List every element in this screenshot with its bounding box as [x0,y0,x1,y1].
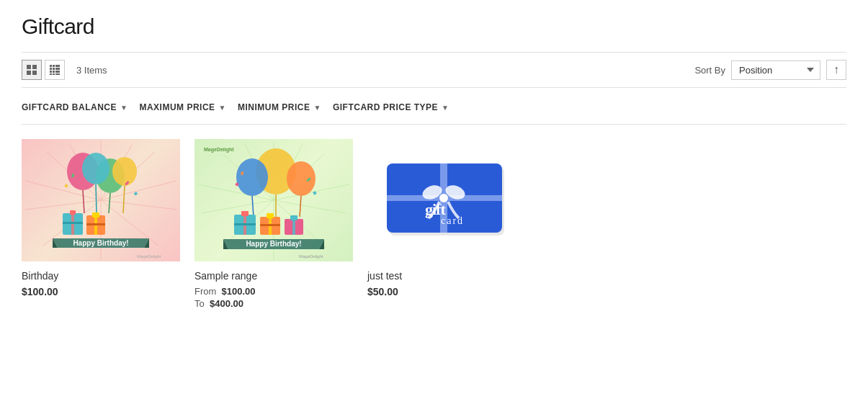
svg-rect-80 [234,223,256,225]
view-switcher [22,60,65,80]
svg-rect-47 [63,222,83,224]
sort-label: Sort By [694,65,725,76]
svg-rect-1 [32,65,37,69]
svg-line-39 [123,186,125,213]
svg-rect-17 [53,73,55,75]
product-image-wrapper[interactable]: Happy Birthday! MageDelight [22,139,180,261]
svg-rect-87 [292,219,295,235]
svg-text:MageDelight: MageDelight [299,254,323,259]
svg-rect-9 [53,68,55,70]
svg-text:MageDelight: MageDelight [204,147,234,153]
product-card: Happy Birthday! MageDelight Birthday $10… [22,139,180,309]
page-title: Giftcard [22,14,846,39]
grid-view-small-button[interactable] [45,60,65,80]
svg-rect-43 [134,192,138,195]
svg-line-61 [202,200,274,213]
chevron-down-icon: ▼ [120,104,127,112]
svg-rect-0 [27,65,31,69]
svg-rect-16 [50,73,52,75]
svg-line-72 [300,196,301,217]
svg-line-35 [109,193,110,213]
svg-line-27 [25,200,101,210]
chevron-down-icon: ▼ [442,104,449,112]
grid-view-large-button[interactable] [22,60,42,80]
chevron-down-icon: ▼ [313,104,321,112]
svg-rect-18 [55,73,58,75]
svg-point-69 [236,158,268,196]
price-from: From $100.00 [194,286,353,297]
svg-text:Happy Birthday!: Happy Birthday! [73,239,128,247]
sort-wrapper: Sort By Position Product Name Price ↑ [694,60,846,80]
svg-rect-84 [260,224,280,226]
svg-rect-40 [64,184,68,187]
item-count: 3 Items [76,65,107,76]
chevron-down-icon: ▼ [219,104,226,112]
filter-giftcard-balance-label: GIFTCARD BALANCE [22,102,117,112]
svg-point-38 [112,157,137,186]
filter-maximum-price[interactable]: MAXIMUM PRICE ▼ [139,98,238,117]
svg-rect-7 [58,65,60,67]
svg-rect-14 [55,71,58,73]
svg-line-37 [96,184,97,213]
svg-rect-19 [58,73,60,75]
filter-giftcard-price-type-label: GIFTCARD PRICE TYPE [333,102,438,112]
svg-line-23 [101,200,176,210]
filter-minimum-price[interactable]: MINIMUM PRICE ▼ [238,98,333,117]
filter-maximum-price-label: MAXIMUM PRICE [139,102,215,112]
svg-rect-11 [58,68,60,70]
svg-text:Happy Birthday!: Happy Birthday! [246,240,301,248]
svg-rect-3 [32,71,37,75]
toolbar: 3 Items Sort By Position Product Name Pr… [22,52,846,88]
svg-rect-12 [50,71,52,73]
svg-rect-6 [55,65,58,67]
product-image-wrapper[interactable]: MageDelight [194,139,353,261]
svg-point-36 [82,153,109,184]
svg-rect-13 [53,71,55,73]
filter-minimum-price-label: MINIMUM PRICE [238,102,310,112]
product-name[interactable]: Sample range [194,270,353,282]
filters-bar: GIFTCARD BALANCE ▼ MAXIMUM PRICE ▼ MINIM… [22,98,846,125]
price-to-label: To [194,298,205,309]
price-to-value: $400.00 [210,298,243,309]
price-from-value: $100.00 [222,286,256,297]
product-name[interactable]: Birthday [22,270,180,282]
svg-rect-51 [86,223,105,225]
price-to: To $400.00 [194,298,353,309]
svg-line-57 [274,200,346,213]
filter-giftcard-balance[interactable]: GIFTCARD BALANCE ▼ [22,98,139,117]
svg-rect-15 [58,71,60,73]
svg-text:card: card [441,215,464,226]
price-from-label: From [194,286,216,297]
product-price: $50.00 [367,286,526,297]
svg-line-70 [252,196,254,217]
product-name[interactable]: just test [367,270,526,282]
product-image-wrapper[interactable]: gift card [367,139,526,261]
svg-rect-2 [27,71,31,75]
product-card: MageDelight [194,139,353,309]
svg-line-33 [83,190,84,213]
svg-rect-4 [50,65,52,67]
svg-rect-10 [55,68,58,70]
product-price: $100.00 [22,286,180,297]
svg-rect-5 [53,65,55,67]
products-grid: Happy Birthday! MageDelight Birthday $10… [22,139,846,309]
svg-text:MageDelight: MageDelight [137,254,161,259]
svg-point-71 [287,161,316,196]
svg-rect-8 [50,68,52,70]
product-price-range: From $100.00 To $400.00 [194,286,353,309]
filter-giftcard-price-type[interactable]: GIFTCARD PRICE TYPE ▼ [333,98,461,117]
product-card: gift card just test $50.00 [367,139,526,309]
sort-direction-button[interactable]: ↑ [826,60,846,80]
sort-select[interactable]: Position Product Name Price [731,60,820,80]
